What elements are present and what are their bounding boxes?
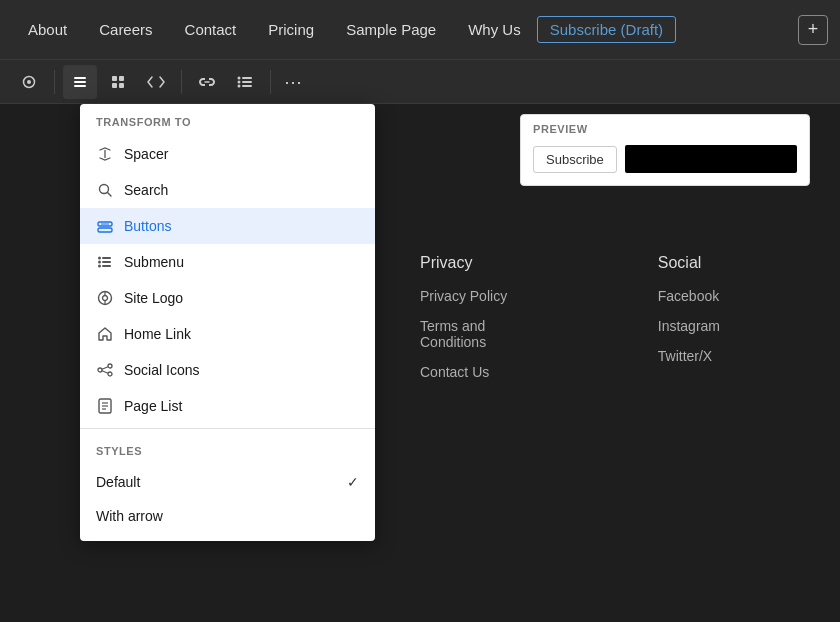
home-link-icon xyxy=(96,325,114,343)
svg-rect-26 xyxy=(102,265,111,267)
styles-section: STYLES Default ✓ With arrow xyxy=(80,433,375,541)
nav-item-whyus[interactable]: Why Us xyxy=(452,0,537,59)
top-navigation: About Careers Contact Pricing Sample Pag… xyxy=(0,0,840,60)
home-link-label: Home Link xyxy=(124,326,191,342)
preview-panel: PREVIEW Subscribe xyxy=(520,114,810,186)
style-item-default[interactable]: Default ✓ xyxy=(80,465,375,499)
toolbar-more-button[interactable]: ⋯ xyxy=(279,68,307,96)
dropdown-item-buttons[interactable]: Buttons xyxy=(80,208,375,244)
search-label: Search xyxy=(124,182,168,198)
footer-link-facebook[interactable]: Facebook xyxy=(658,288,720,304)
preview-input-bar xyxy=(625,145,797,173)
dropdown-item-submenu[interactable]: Submenu xyxy=(80,244,375,280)
nav-item-sample[interactable]: Sample Page xyxy=(330,0,452,59)
svg-rect-7 xyxy=(112,83,117,88)
spacer-icon xyxy=(96,145,114,163)
nav-item-pricing[interactable]: Pricing xyxy=(252,0,330,59)
toolbar-divider-1 xyxy=(54,70,55,94)
page-list-label: Page List xyxy=(124,398,182,414)
dropdown-item-social-icons[interactable]: Social Icons xyxy=(80,352,375,388)
code-icon xyxy=(147,75,165,89)
list-view-icon xyxy=(72,74,88,90)
search-icon xyxy=(96,181,114,199)
main-area: Privacy Privacy Policy Terms and Conditi… xyxy=(0,104,840,622)
block-toolbar: ⋯ xyxy=(0,60,840,104)
svg-rect-24 xyxy=(102,261,111,263)
social-icons-label: Social Icons xyxy=(124,362,199,378)
svg-rect-14 xyxy=(242,85,252,87)
toolbar-link-button[interactable] xyxy=(190,65,224,99)
settings-icon xyxy=(21,74,37,90)
dropdown-item-page-list[interactable]: Page List xyxy=(80,388,375,424)
svg-point-9 xyxy=(238,76,241,79)
buttons-label: Buttons xyxy=(124,218,171,234)
nav-item-subscribe[interactable]: Subscribe (Draft) xyxy=(537,16,676,43)
nav-item-contact[interactable]: Contact xyxy=(169,0,253,59)
svg-rect-6 xyxy=(119,76,124,81)
nav-label-sample: Sample Page xyxy=(346,21,436,38)
nav-label-subscribe: Subscribe (Draft) xyxy=(550,21,663,38)
nav-item-careers[interactable]: Careers xyxy=(83,0,168,59)
grid-view-icon xyxy=(110,74,126,90)
dropdown-divider xyxy=(80,428,375,429)
spacer-label: Spacer xyxy=(124,146,168,162)
subscribe-button-label: Subscribe xyxy=(546,152,604,167)
toolbar-code-button[interactable] xyxy=(139,65,173,99)
svg-point-11 xyxy=(238,80,241,83)
svg-line-17 xyxy=(108,193,112,197)
preview-title: PREVIEW xyxy=(521,115,809,139)
checkmark-icon: ✓ xyxy=(347,474,359,490)
style-arrow-label: With arrow xyxy=(96,508,163,524)
nav-add-button[interactable]: + xyxy=(798,15,828,45)
nav-label-pricing: Pricing xyxy=(268,21,314,38)
svg-rect-5 xyxy=(112,76,117,81)
site-logo-label: Site Logo xyxy=(124,290,183,306)
svg-rect-19 xyxy=(98,228,112,232)
nav-label-about: About xyxy=(28,21,67,38)
svg-point-23 xyxy=(98,261,101,264)
svg-point-28 xyxy=(103,296,108,301)
toolbar-settings-button[interactable] xyxy=(12,65,46,99)
dropdown-item-search[interactable]: Search xyxy=(80,172,375,208)
dropdown-item-spacer[interactable]: Spacer xyxy=(80,136,375,172)
svg-point-33 xyxy=(108,372,112,376)
svg-rect-4 xyxy=(74,85,86,87)
nav-item-about[interactable]: About xyxy=(12,0,83,59)
svg-point-32 xyxy=(108,364,112,368)
submenu-item-icon xyxy=(96,253,114,271)
footer-privacy-title: Privacy xyxy=(420,254,538,272)
site-logo-icon xyxy=(96,289,114,307)
svg-rect-12 xyxy=(242,81,252,83)
footer-social-col: Social Facebook Instagram Twitter/X xyxy=(658,254,720,394)
footer-link-contact[interactable]: Contact Us xyxy=(420,364,538,380)
svg-point-21 xyxy=(98,257,101,260)
svg-point-1 xyxy=(27,80,31,84)
styles-section-title: STYLES xyxy=(80,433,375,465)
toolbar-list-button[interactable] xyxy=(63,65,97,99)
style-item-with-arrow[interactable]: With arrow xyxy=(80,499,375,533)
toolbar-divider-2 xyxy=(181,70,182,94)
svg-point-25 xyxy=(98,265,101,268)
svg-line-35 xyxy=(102,371,108,374)
svg-point-31 xyxy=(98,368,102,372)
footer-link-twitter[interactable]: Twitter/X xyxy=(658,348,720,364)
footer-link-terms[interactable]: Terms and Conditions xyxy=(420,318,538,350)
buttons-icon xyxy=(96,217,114,235)
footer-columns: Privacy Privacy Policy Terms and Conditi… xyxy=(420,254,720,394)
nav-label-whyus: Why Us xyxy=(468,21,521,38)
nav-label-contact: Contact xyxy=(185,21,237,38)
submenu-icon xyxy=(236,75,254,89)
footer-link-instagram[interactable]: Instagram xyxy=(658,318,720,334)
footer-link-privacy-policy[interactable]: Privacy Policy xyxy=(420,288,538,304)
footer-privacy-col: Privacy Privacy Policy Terms and Conditi… xyxy=(420,254,538,394)
dropdown-item-site-logo[interactable]: Site Logo xyxy=(80,280,375,316)
toolbar-submenu-button[interactable] xyxy=(228,65,262,99)
style-default-label: Default xyxy=(96,474,140,490)
dropdown-item-home-link[interactable]: Home Link xyxy=(80,316,375,352)
transform-section-title: TRANSFORM TO xyxy=(80,104,375,136)
toolbar-grid-button[interactable] xyxy=(101,65,135,99)
svg-line-34 xyxy=(102,367,108,370)
preview-subscribe-button[interactable]: Subscribe xyxy=(533,146,617,173)
toolbar-divider-3 xyxy=(270,70,271,94)
svg-point-13 xyxy=(238,84,241,87)
